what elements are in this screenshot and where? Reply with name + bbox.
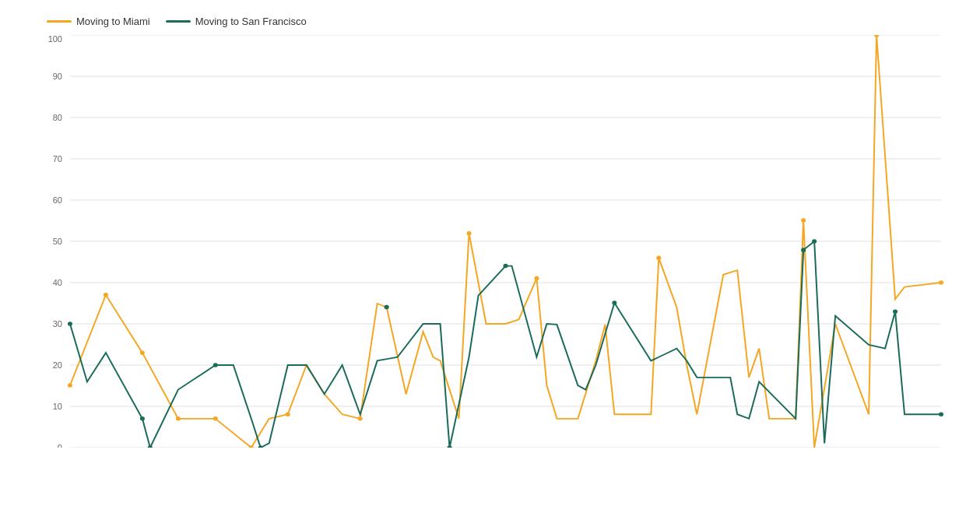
y-label-20: 20 xyxy=(53,360,62,370)
dot-miami-6 xyxy=(286,412,290,416)
y-label-100: 100 xyxy=(48,35,62,44)
y-label-70: 70 xyxy=(53,154,62,163)
y-label-30: 30 xyxy=(53,319,62,329)
y-label-80: 80 xyxy=(53,113,62,122)
line-sf xyxy=(70,241,941,448)
dot-sf-10 xyxy=(812,239,817,244)
dot-sf-11 xyxy=(893,309,897,314)
y-label-50: 50 xyxy=(53,237,62,246)
dot-miami-0 xyxy=(68,383,72,388)
dot-sf-5 xyxy=(385,305,389,310)
dot-miami-1 xyxy=(104,293,108,297)
y-label-40: 40 xyxy=(53,278,62,287)
dot-miami-9 xyxy=(467,231,472,236)
sf-color-swatch xyxy=(166,20,191,23)
y-label-10: 10 xyxy=(53,402,62,411)
dot-sf-12 xyxy=(939,412,943,416)
dot-miami-2 xyxy=(140,350,145,355)
dot-sf-8 xyxy=(612,300,616,305)
dot-miami-11 xyxy=(656,256,661,261)
dot-sf-4 xyxy=(258,445,263,448)
main-chart: 0 10 20 30 40 50 60 70 80 90 100 02/01/2… xyxy=(39,35,957,448)
dot-miami-7 xyxy=(358,416,363,421)
legend-miami-label: Moving to Miami xyxy=(76,16,150,27)
chart-legend: Moving to Miami Moving to San Francisco xyxy=(39,16,957,27)
dot-miami-4 xyxy=(213,416,218,421)
legend-sf: Moving to San Francisco xyxy=(166,16,307,27)
dot-miami-10 xyxy=(534,276,539,281)
y-label-90: 90 xyxy=(53,72,62,81)
y-label-0: 0 xyxy=(58,443,62,448)
dot-sf-0 xyxy=(68,322,72,326)
dot-sf-1 xyxy=(140,416,145,421)
dot-miami-14 xyxy=(939,280,943,285)
dot-sf-7 xyxy=(448,445,452,448)
legend-miami: Moving to Miami xyxy=(47,16,150,27)
dot-sf-6 xyxy=(503,264,508,269)
chart-container: Moving to Miami Moving to San Francisco … xyxy=(0,0,980,506)
dot-miami-3 xyxy=(176,416,181,421)
dot-miami-13 xyxy=(874,35,879,37)
y-label-60: 60 xyxy=(53,195,62,205)
legend-sf-label: Moving to San Francisco xyxy=(195,16,307,27)
miami-color-swatch xyxy=(47,20,72,23)
dot-sf-3 xyxy=(213,363,218,367)
dot-miami-12 xyxy=(801,218,806,223)
dot-sf-9 xyxy=(801,248,806,252)
